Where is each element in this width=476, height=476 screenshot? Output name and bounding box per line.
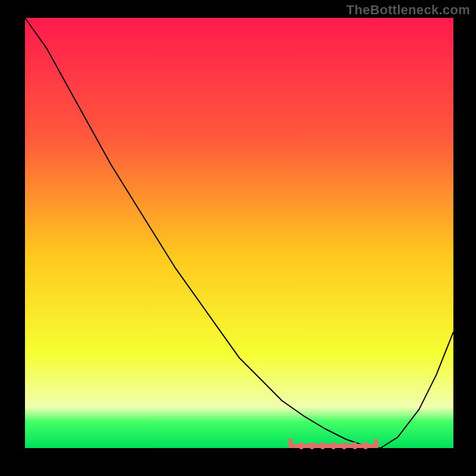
bottleneck-chart	[0, 0, 476, 476]
attribution-text: TheBottleneck.com	[346, 2, 470, 18]
chart-frame: TheBottleneck.com	[0, 0, 476, 476]
plot-area	[25, 18, 453, 448]
